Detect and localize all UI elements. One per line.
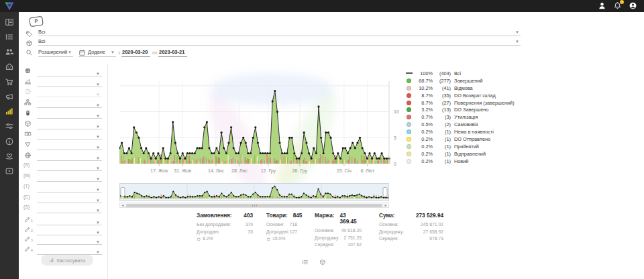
product-filter-underline[interactable] [38,45,521,46]
chevron-down-icon[interactable]: ▼ [96,72,100,76]
chevron-down-icon[interactable]: ▼ [68,50,72,54]
dropdown-underline[interactable] [37,181,102,182]
legend-item[interactable]: 0.2%(1)Відправлений [405,150,525,158]
status-filter-underline[interactable] [38,36,521,36]
filter-row-ruler[interactable]: ▼ [19,78,107,88]
filter-row-sitemap[interactable]: ▼ [19,99,107,109]
filter-row-badge[interactable]: ▼ [19,109,107,119]
legend-item[interactable]: 0.7%(3)Утилізація [405,113,525,121]
dropdown-underline[interactable] [37,203,102,203]
dropdown-underline[interactable] [37,118,102,119]
chevron-down-icon[interactable]: ▼ [96,177,100,181]
sidebar-item-list-icon[interactable] [5,32,14,42]
legend-item[interactable]: 0.2%(1)DO Отправлено [405,135,525,143]
scroll-left-icon[interactable]: ◄ [120,203,125,207]
filter-row-globe-solid[interactable]: ▼ [19,67,107,77]
sidebar-item-sliders-icon[interactable] [5,121,14,131]
product-filter-value[interactable]: Всі [38,38,45,44]
chevron-down-icon[interactable]: ▼ [96,114,100,118]
filter-row-box3d[interactable]: ▼ [19,120,107,130]
date-field-value[interactable]: Додане [88,49,105,55]
chevron-down-icon[interactable]: ▼ [96,240,100,244]
chevron-down-icon[interactable]: ▼ [96,146,100,150]
filter-row-globe-grid[interactable]: ▼ [19,152,107,162]
dropdown-underline[interactable] [37,150,102,150]
scrollbar-thumb[interactable] [126,204,382,207]
date-field-underline[interactable] [78,56,116,57]
chevron-down-icon[interactable]: ▼ [96,82,100,87]
search-icon[interactable] [25,49,33,56]
chevron-down-icon[interactable]: ▼ [96,231,100,235]
chart-minimap[interactable] [119,183,389,201]
sidebar-item-info-icon[interactable] [5,137,14,146]
notifications-bell-icon[interactable] [613,1,622,10]
sidebar-item-users-icon[interactable] [5,47,14,56]
chevron-down-icon[interactable]: ▼ [96,135,100,139]
sidebar-item-megaphone-icon[interactable] [5,92,14,101]
list-view-icon[interactable] [302,259,309,266]
filter-row-param-c[interactable]: {C}▼ [19,194,107,204]
chevron-down-icon[interactable]: ▼ [515,40,519,44]
chevron-down-icon[interactable]: ▼ [96,250,100,254]
legend-item[interactable]: 0.2%(1)Нема в наявності [405,128,525,135]
legend-item[interactable]: 0.2%(1)Прийнятий [405,143,525,150]
account-avatar-icon[interactable] [629,1,637,10]
dropdown-underline[interactable] [37,129,102,129]
chevron-down-icon[interactable]: ▼ [96,103,100,107]
dropdown-underline[interactable] [37,213,102,213]
user-icon[interactable] [598,1,606,10]
filter-row-param-s[interactable]: {S}▼ [19,204,107,214]
chevron-down-icon[interactable]: ▼ [96,93,100,97]
dropdown-underline[interactable] [37,160,102,161]
filter-row-custom-1[interactable]: 1▼ [19,216,107,226]
app-logo-icon[interactable] [4,1,15,11]
dropdown-underline[interactable] [37,192,102,192]
chevron-down-icon[interactable]: ▼ [96,166,100,170]
legend-item[interactable]: 0.2%(1)Новий [405,158,525,165]
orders-chart[interactable]: 051017. Жов31. Жов14. Лис28. Лис12. Гру2… [119,64,408,180]
cube-view-icon[interactable] [319,259,326,266]
date-to-input[interactable]: 2023-03-21 [159,49,184,55]
chart-scrollbar[interactable]: ◄ ► [119,203,389,208]
filter-row-custom-2[interactable]: 2▼ [19,226,107,236]
legend-item[interactable]: 68.7%(277)Завершений [405,77,525,85]
dropdown-underline[interactable] [37,97,102,97]
chevron-down-icon[interactable]: ▼ [96,156,100,160]
filter-row-funnel[interactable]: ▼ [19,141,107,151]
legend-item[interactable]: 8.7%(35)DO Возврат склад [405,92,525,99]
legend-item[interactable]: 10.2%(41)Відмова [405,85,525,92]
legend-item[interactable]: 6.7%(27)Повернення (завершений) [405,99,525,107]
filter-row-param-m[interactable]: {M}▼ [19,172,107,182]
search-mode-value[interactable]: Розширений [38,49,67,55]
filter-row-custom-3[interactable]: 3▼ [19,235,107,245]
sidebar-item-care-icon[interactable] [5,152,14,161]
sidebar-item-chart-icon[interactable] [5,107,14,116]
legend-item[interactable]: 100%(403)Всі [405,70,525,77]
sidebar-item-cart-icon[interactable] [5,77,14,87]
chevron-down-icon[interactable]: ▼ [96,188,100,192]
apply-button[interactable]: Застосувати [41,255,93,266]
status-filter-value[interactable]: Всі [38,29,45,35]
chevron-down-icon[interactable]: ▼ [111,50,115,54]
chevron-down-icon[interactable]: ▼ [96,199,100,203]
dropdown-underline[interactable] [37,87,102,87]
dropdown-underline[interactable] [37,76,102,76]
search-mode-underline[interactable] [38,56,73,57]
filter-row-help[interactable]: ▼ [19,88,107,98]
date-from-input[interactable]: 2020-03-20 [122,49,148,55]
chevron-down-icon[interactable]: ▼ [96,125,100,129]
filter-row-custom-4[interactable]: 4▼ [19,245,107,256]
chevron-down-icon[interactable]: ▼ [96,221,100,225]
filter-row-param-s[interactable]: {S}▼ [19,162,107,172]
legend-item[interactable]: 0.5%(2)Самовивіз [405,121,525,128]
filter-row-banknote[interactable]: ▼ [19,130,107,140]
dropdown-underline[interactable] [37,107,102,108]
chevron-down-icon[interactable]: ▼ [96,209,100,213]
sidebar-item-video-icon[interactable] [5,166,14,176]
filter-row-param-t[interactable]: {T}▼ [19,183,107,193]
legend-item[interactable]: 3.2%(13)DO Завершено [405,106,525,113]
chevron-down-icon[interactable]: ▼ [515,30,519,34]
dropdown-underline[interactable] [37,170,102,171]
dropdown-underline[interactable] [37,139,102,140]
sidebar-item-home-icon[interactable] [5,62,14,71]
